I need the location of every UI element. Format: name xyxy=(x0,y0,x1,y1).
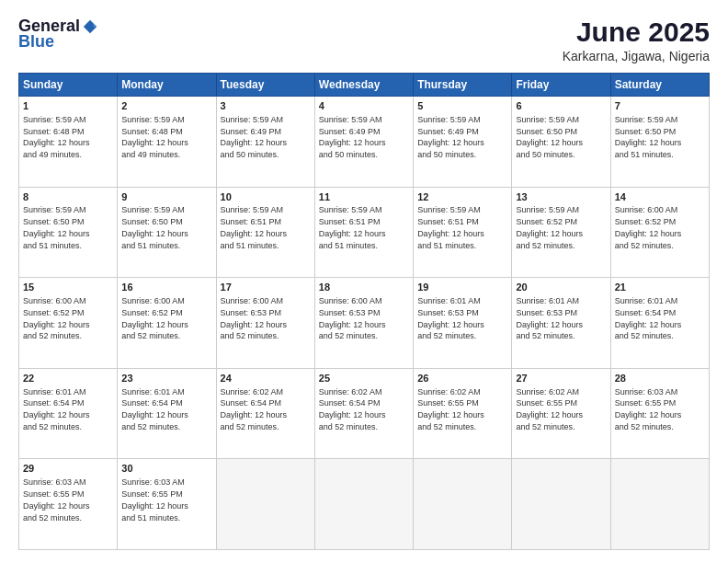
table-row xyxy=(512,459,610,550)
day-number: 21 xyxy=(615,281,705,294)
table-row: 7Sunrise: 5:59 AMSunset: 6:50 PMDaylight… xyxy=(610,97,709,188)
day-info: Sunrise: 5:59 AMSunset: 6:51 PMDaylight:… xyxy=(319,205,386,249)
day-number: 16 xyxy=(121,281,211,294)
day-info: Sunrise: 6:02 AMSunset: 6:54 PMDaylight:… xyxy=(319,387,386,431)
calendar-week-row: 8Sunrise: 5:59 AMSunset: 6:50 PMDaylight… xyxy=(19,187,710,278)
table-row: 10Sunrise: 5:59 AMSunset: 6:51 PMDayligh… xyxy=(216,187,314,278)
day-info: Sunrise: 5:59 AMSunset: 6:50 PMDaylight:… xyxy=(23,205,90,249)
day-info: Sunrise: 5:59 AMSunset: 6:50 PMDaylight:… xyxy=(516,115,583,159)
day-info: Sunrise: 6:01 AMSunset: 6:53 PMDaylight:… xyxy=(516,296,583,340)
day-number: 2 xyxy=(121,99,211,113)
day-info: Sunrise: 5:59 AMSunset: 6:49 PMDaylight:… xyxy=(319,115,386,159)
table-row xyxy=(414,459,512,550)
day-info: Sunrise: 6:03 AMSunset: 6:55 PMDaylight:… xyxy=(615,387,682,431)
logo: General Blue xyxy=(18,17,98,52)
day-number: 15 xyxy=(23,281,113,294)
day-number: 22 xyxy=(23,372,113,385)
table-row: 12Sunrise: 5:59 AMSunset: 6:51 PMDayligh… xyxy=(414,187,512,278)
day-number: 12 xyxy=(417,190,507,204)
day-number: 8 xyxy=(23,190,113,204)
day-info: Sunrise: 6:02 AMSunset: 6:55 PMDaylight:… xyxy=(417,387,484,431)
table-row: 28Sunrise: 6:03 AMSunset: 6:55 PMDayligh… xyxy=(610,368,709,459)
day-number: 1 xyxy=(23,99,113,113)
table-row: 24Sunrise: 6:02 AMSunset: 6:54 PMDayligh… xyxy=(216,368,314,459)
month-title: June 2025 xyxy=(563,17,710,47)
day-number: 3 xyxy=(221,99,311,113)
title-block: June 2025 Karkarna, Jigawa, Nigeria xyxy=(563,17,710,63)
logo-blue: Blue xyxy=(18,32,54,52)
location-subtitle: Karkarna, Jigawa, Nigeria xyxy=(563,49,710,63)
day-number: 25 xyxy=(319,372,409,385)
table-row: 20Sunrise: 6:01 AMSunset: 6:53 PMDayligh… xyxy=(512,278,610,369)
day-number: 6 xyxy=(516,99,606,113)
day-number: 20 xyxy=(516,281,606,294)
col-tuesday: Tuesday xyxy=(216,74,314,97)
day-info: Sunrise: 6:01 AMSunset: 6:54 PMDaylight:… xyxy=(23,387,90,431)
day-number: 4 xyxy=(319,99,409,113)
day-number: 11 xyxy=(319,190,409,204)
day-info: Sunrise: 5:59 AMSunset: 6:52 PMDaylight:… xyxy=(516,205,583,249)
table-row: 5Sunrise: 5:59 AMSunset: 6:49 PMDaylight… xyxy=(414,97,512,188)
day-info: Sunrise: 5:59 AMSunset: 6:50 PMDaylight:… xyxy=(615,115,682,159)
col-saturday: Saturday xyxy=(610,74,709,97)
table-row: 14Sunrise: 6:00 AMSunset: 6:52 PMDayligh… xyxy=(610,187,709,278)
day-number: 30 xyxy=(121,462,211,476)
day-info: Sunrise: 6:02 AMSunset: 6:55 PMDaylight:… xyxy=(516,387,583,431)
day-info: Sunrise: 6:00 AMSunset: 6:52 PMDaylight:… xyxy=(121,296,188,340)
day-number: 17 xyxy=(221,281,311,294)
day-info: Sunrise: 6:01 AMSunset: 6:54 PMDaylight:… xyxy=(121,387,188,431)
day-info: Sunrise: 5:59 AMSunset: 6:48 PMDaylight:… xyxy=(23,115,90,159)
table-row: 1Sunrise: 5:59 AMSunset: 6:48 PMDaylight… xyxy=(19,97,118,188)
table-row: 11Sunrise: 5:59 AMSunset: 6:51 PMDayligh… xyxy=(314,187,413,278)
col-wednesday: Wednesday xyxy=(314,74,413,97)
day-info: Sunrise: 6:03 AMSunset: 6:55 PMDaylight:… xyxy=(121,477,188,522)
col-thursday: Thursday xyxy=(414,74,512,97)
calendar-table: Sunday Monday Tuesday Wednesday Thursday… xyxy=(18,73,710,550)
day-number: 28 xyxy=(615,372,705,385)
table-row: 23Sunrise: 6:01 AMSunset: 6:54 PMDayligh… xyxy=(118,368,216,459)
table-row: 17Sunrise: 6:00 AMSunset: 6:53 PMDayligh… xyxy=(216,278,314,369)
table-row: 18Sunrise: 6:00 AMSunset: 6:53 PMDayligh… xyxy=(314,278,413,369)
table-row: 21Sunrise: 6:01 AMSunset: 6:54 PMDayligh… xyxy=(610,278,709,369)
day-info: Sunrise: 6:02 AMSunset: 6:54 PMDaylight:… xyxy=(221,387,288,431)
logo-icon xyxy=(82,18,98,35)
day-info: Sunrise: 6:00 AMSunset: 6:52 PMDaylight:… xyxy=(615,205,682,249)
day-info: Sunrise: 6:00 AMSunset: 6:53 PMDaylight:… xyxy=(319,296,386,340)
calendar-week-row: 1Sunrise: 5:59 AMSunset: 6:48 PMDaylight… xyxy=(19,97,710,188)
table-row: 8Sunrise: 5:59 AMSunset: 6:50 PMDaylight… xyxy=(19,187,118,278)
day-number: 27 xyxy=(516,372,606,385)
table-row xyxy=(314,459,413,550)
day-info: Sunrise: 6:01 AMSunset: 6:54 PMDaylight:… xyxy=(615,296,682,340)
table-row: 25Sunrise: 6:02 AMSunset: 6:54 PMDayligh… xyxy=(314,368,413,459)
day-number: 29 xyxy=(23,462,113,476)
day-info: Sunrise: 6:01 AMSunset: 6:53 PMDaylight:… xyxy=(417,296,484,340)
day-number: 10 xyxy=(221,190,311,204)
calendar-header-row: Sunday Monday Tuesday Wednesday Thursday… xyxy=(19,74,710,97)
table-row: 26Sunrise: 6:02 AMSunset: 6:55 PMDayligh… xyxy=(414,368,512,459)
day-info: Sunrise: 5:59 AMSunset: 6:49 PMDaylight:… xyxy=(417,115,484,159)
table-row: 3Sunrise: 5:59 AMSunset: 6:49 PMDaylight… xyxy=(216,97,314,188)
col-monday: Monday xyxy=(118,74,216,97)
calendar-week-row: 22Sunrise: 6:01 AMSunset: 6:54 PMDayligh… xyxy=(19,368,710,459)
day-info: Sunrise: 5:59 AMSunset: 6:51 PMDaylight:… xyxy=(417,205,484,249)
day-number: 13 xyxy=(516,190,606,204)
day-number: 5 xyxy=(417,99,507,113)
table-row: 2Sunrise: 5:59 AMSunset: 6:48 PMDaylight… xyxy=(118,97,216,188)
calendar-week-row: 15Sunrise: 6:00 AMSunset: 6:52 PMDayligh… xyxy=(19,278,710,369)
table-row: 15Sunrise: 6:00 AMSunset: 6:52 PMDayligh… xyxy=(19,278,118,369)
day-info: Sunrise: 5:59 AMSunset: 6:51 PMDaylight:… xyxy=(221,205,288,249)
table-row xyxy=(216,459,314,550)
table-row: 16Sunrise: 6:00 AMSunset: 6:52 PMDayligh… xyxy=(118,278,216,369)
day-info: Sunrise: 5:59 AMSunset: 6:48 PMDaylight:… xyxy=(121,115,188,159)
day-number: 18 xyxy=(319,281,409,294)
day-number: 9 xyxy=(121,190,211,204)
table-row: 19Sunrise: 6:01 AMSunset: 6:53 PMDayligh… xyxy=(414,278,512,369)
table-row: 27Sunrise: 6:02 AMSunset: 6:55 PMDayligh… xyxy=(512,368,610,459)
day-number: 24 xyxy=(221,372,311,385)
calendar-week-row: 29Sunrise: 6:03 AMSunset: 6:55 PMDayligh… xyxy=(19,459,710,550)
header: General Blue June 2025 Karkarna, Jigawa,… xyxy=(18,17,710,63)
day-info: Sunrise: 6:00 AMSunset: 6:52 PMDaylight:… xyxy=(23,296,90,340)
table-row: 4Sunrise: 5:59 AMSunset: 6:49 PMDaylight… xyxy=(314,97,413,188)
table-row: 6Sunrise: 5:59 AMSunset: 6:50 PMDaylight… xyxy=(512,97,610,188)
day-number: 19 xyxy=(417,281,507,294)
